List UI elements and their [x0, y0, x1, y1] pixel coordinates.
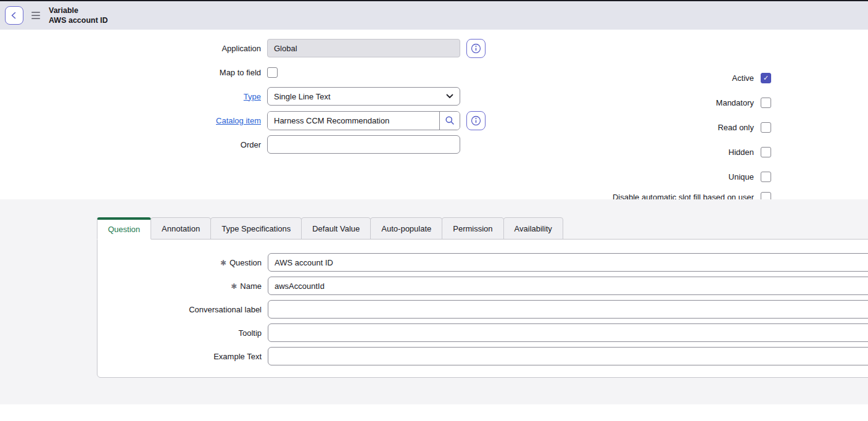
read-only-row: Read only: [603, 118, 771, 136]
application-label: Application: [0, 44, 261, 53]
tab-type-specifications[interactable]: Type Specifications: [210, 217, 302, 240]
magnifier-icon: [445, 115, 455, 125]
type-label-link[interactable]: Type: [244, 92, 261, 101]
order-label: Order: [0, 140, 261, 149]
record-name-title: AWS account ID: [49, 15, 108, 26]
info-circle-icon: [471, 43, 481, 54]
application-row: Application Global: [0, 39, 494, 57]
info-circle-icon: [471, 115, 481, 126]
record-type-title: Variable: [49, 6, 108, 16]
name-row: ✱Name: [97, 277, 868, 295]
catalog-item-lookup-button[interactable]: [439, 112, 460, 130]
variable-form: Application Global Map to field Type Sin…: [0, 30, 868, 199]
active-label: Active: [732, 73, 754, 83]
type-select[interactable]: Single Line Text: [267, 87, 460, 106]
unique-row: Unique: [603, 167, 771, 186]
conversational-label-row: Conversational label: [97, 300, 868, 319]
tabbed-section: Question Annotation Type Specifications …: [0, 199, 868, 404]
application-field: Global: [267, 39, 460, 57]
tab-permission[interactable]: Permission: [442, 217, 503, 240]
question-row: ✱Question: [97, 253, 868, 272]
catalog-item-row: Catalog item: [0, 111, 494, 130]
page-title: Variable AWS account ID: [49, 6, 108, 26]
read-only-checkbox[interactable]: [761, 122, 771, 133]
catalog-item-info-button[interactable]: [466, 111, 486, 130]
tab-question[interactable]: Question: [97, 217, 151, 240]
question-label: ✱Question: [97, 258, 262, 267]
conversational-label-input[interactable]: [268, 300, 868, 319]
active-checkbox[interactable]: ✓: [761, 73, 771, 83]
tab-default-value[interactable]: Default Value: [301, 217, 371, 240]
type-row: Type Single Line Text: [0, 87, 494, 106]
back-button[interactable]: [5, 6, 23, 25]
tooltip-input[interactable]: [268, 323, 868, 342]
tab-auto-populate[interactable]: Auto-populate: [370, 217, 442, 240]
map-to-field-checkbox[interactable]: [267, 67, 278, 78]
catalog-item-label: Catalog item: [0, 116, 261, 125]
mandatory-label: Mandatory: [716, 98, 754, 107]
catalog-item-field-group: [267, 111, 460, 130]
conversational-label-label: Conversational label: [97, 305, 262, 314]
type-label: Type: [0, 92, 261, 101]
question-input[interactable]: [268, 253, 868, 272]
required-asterisk-icon: ✱: [220, 259, 226, 267]
order-row: Order: [0, 135, 494, 154]
chevron-down-icon: [446, 94, 453, 99]
unique-label: Unique: [729, 172, 754, 181]
catalog-item-input[interactable]: [268, 112, 439, 130]
required-asterisk-icon: ✱: [231, 282, 237, 291]
mandatory-row: Mandatory: [603, 93, 771, 112]
example-text-input[interactable]: [268, 347, 868, 365]
app-header: Variable AWS account ID: [0, 0, 868, 30]
chevron-left-icon: [10, 11, 19, 20]
tab-strip: Question Annotation Type Specifications …: [97, 217, 563, 240]
form-right-column: Active ✓ Mandatory Read only Hidden Uniq…: [603, 69, 771, 219]
catalog-item-label-link[interactable]: Catalog item: [216, 116, 261, 125]
map-to-field-row: Map to field: [0, 63, 494, 81]
question-tab-panel: ✱Question ✱Name Conversational label Too…: [97, 239, 868, 378]
application-info-button[interactable]: [466, 39, 486, 58]
tab-annotation[interactable]: Annotation: [151, 217, 211, 240]
order-input[interactable]: [267, 135, 460, 154]
form-left-column: Application Global Map to field Type Sin…: [0, 39, 494, 159]
name-label: ✱Name: [97, 281, 262, 291]
hidden-row: Hidden: [603, 143, 771, 161]
type-select-value: Single Line Text: [274, 92, 331, 101]
checkmark-icon: ✓: [763, 74, 769, 82]
hamburger-menu-icon[interactable]: [31, 12, 40, 19]
mandatory-checkbox[interactable]: [761, 98, 771, 108]
tooltip-row: Tooltip: [97, 323, 868, 342]
read-only-label: Read only: [717, 123, 754, 132]
hidden-label: Hidden: [729, 148, 754, 157]
hidden-checkbox[interactable]: [761, 147, 771, 157]
example-text-label: Example Text: [97, 352, 262, 361]
tab-availability[interactable]: Availability: [503, 217, 563, 240]
active-row: Active ✓: [603, 69, 771, 87]
unique-checkbox[interactable]: [761, 172, 771, 182]
example-text-row: Example Text: [97, 347, 868, 365]
map-to-field-label: Map to field: [0, 68, 261, 77]
name-input[interactable]: [268, 277, 868, 295]
tooltip-label: Tooltip: [97, 328, 262, 338]
